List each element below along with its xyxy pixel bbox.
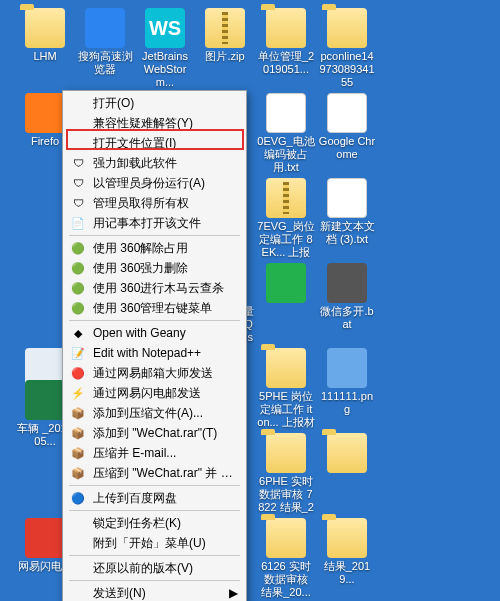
menu-item-label: 添加到压缩文件(A)... — [93, 405, 238, 422]
menu-item-label: 强力卸载此软件 — [93, 155, 238, 172]
open-file-location-icon — [69, 135, 87, 151]
menu-item-send-163-master[interactable]: 🔴通过网易邮箱大师发送 — [65, 363, 244, 383]
danwei-icon — [266, 8, 306, 48]
desktop-icon-chrome[interactable]: Google Chrome — [318, 93, 376, 161]
menu-item-take-ownership[interactable]: 🛡管理员取得所有权 — [65, 193, 244, 213]
edit-npp-icon: 📝 — [69, 345, 87, 361]
360-force-delete-icon: 🟢 — [69, 260, 87, 276]
desktop-icon-label: 0EVG_电池编码被占用.txt — [257, 135, 315, 174]
desktop-icon-jetbrains[interactable]: WSJetBrains WebStorm... — [136, 8, 194, 89]
desktop-icon-folder-last[interactable]: 结果_2019... — [318, 518, 376, 586]
desktop-icon-label: 新建文本文档 (3).txt — [318, 220, 376, 246]
menu-item-360-unlock[interactable]: 🟢使用 360解除占用 — [65, 238, 244, 258]
context-menu: 打开(O)兼容性疑难解答(Y)打开文件位置(I)🛡强力卸载此软件🛡以管理员身份运… — [62, 90, 247, 601]
menu-item-open-file-location[interactable]: 打开文件位置(I) — [65, 133, 244, 153]
6126-icon — [266, 518, 306, 558]
chehao-icon — [25, 380, 65, 420]
desktop-icon-danwei[interactable]: 单位管理_2019051... — [257, 8, 315, 76]
menu-item-compat-troubleshoot[interactable]: 兼容性疑难解答(Y) — [65, 113, 244, 133]
compress-email-icon: 📦 — [69, 445, 87, 461]
menu-item-send-to[interactable]: 发送到(N)▶ — [65, 583, 244, 601]
desktop-icon-evg2[interactable]: 7EVG_岗位定编工作 8EK... 上报材料.zip — [257, 178, 315, 260]
compress-wechat-email-icon: 📦 — [69, 465, 87, 481]
menu-item-send-163-flash[interactable]: ⚡通过网易闪电邮发送 — [65, 383, 244, 403]
desktop-icon-wpsicon[interactable] — [257, 263, 315, 305]
desktop-icon-lhm[interactable]: LHM — [16, 8, 74, 63]
desktop-icon-label: 单位管理_2019051... — [257, 50, 315, 76]
restore-prev-icon — [69, 560, 87, 576]
desktop-icon-png1[interactable]: 111111.png — [318, 348, 376, 416]
menu-item-label: 附到「开始」菜单(U) — [93, 535, 238, 552]
desktop-icon-label: 搜狗高速浏览器 — [76, 50, 134, 76]
menu-separator — [69, 510, 240, 511]
pconline-icon — [327, 8, 367, 48]
desktop-icon-evg1[interactable]: 0EVG_电池编码被占用.txt — [257, 93, 315, 174]
menu-item-pin-taskbar[interactable]: 锁定到任务栏(K) — [65, 513, 244, 533]
menu-item-add-to-wechat-rar[interactable]: 📦添加到 "WeChat.rar"(T) — [65, 423, 244, 443]
firefox-icon — [25, 93, 65, 133]
upload-baidu-icon: 🔵 — [69, 490, 87, 506]
open-icon — [69, 95, 87, 111]
desktop-icon-newtxt[interactable]: 新建文本文档 (3).txt — [318, 178, 376, 246]
menu-item-360-force-delete[interactable]: 🟢使用 360强力删除 — [65, 258, 244, 278]
desktop-icon-phe1[interactable]: 5PHE 岗位定编工作 iton... 上报材料 (1... — [257, 348, 315, 430]
menu-item-pin-start[interactable]: 附到「开始」菜单(U) — [65, 533, 244, 553]
desktop-icon-label: 图片.zip — [205, 50, 244, 63]
menu-item-add-to-archive[interactable]: 📦添加到压缩文件(A)... — [65, 403, 244, 423]
desktop-icon-label: 6126 实时数据审核 结果_20... — [257, 560, 315, 599]
menu-item-edit-npp[interactable]: 📝Edit with Notepad++ — [65, 343, 244, 363]
desktop-icon-wechat-bat[interactable]: 微信多开.bat — [318, 263, 376, 331]
newtxt-icon — [327, 178, 367, 218]
menu-item-upload-baidu[interactable]: 🔵上传到百度网盘 — [65, 488, 244, 508]
evg1-icon — [266, 93, 306, 133]
menu-item-label: Edit with Notepad++ — [93, 346, 238, 360]
360-trojan-scan-icon: 🟢 — [69, 280, 87, 296]
menu-item-label: 打开(O) — [93, 95, 238, 112]
redfolder1-icon — [327, 433, 367, 473]
menu-item-open[interactable]: 打开(O) — [65, 93, 244, 113]
desktop-icon-label: 6PHE 实时数据审核 7822 结果_2019... — [257, 475, 315, 515]
desktop-icon-label: pconline1497308934155 — [318, 50, 376, 89]
menu-item-run-as-admin[interactable]: 🛡以管理员身份运行(A) — [65, 173, 244, 193]
menu-item-label: 兼容性疑难解答(Y) — [93, 115, 238, 132]
menu-item-label: 上传到百度网盘 — [93, 490, 238, 507]
menu-item-label: 锁定到任务栏(K) — [93, 515, 238, 532]
take-ownership-icon: 🛡 — [69, 195, 87, 211]
evg2-icon — [266, 178, 306, 218]
desktop-icon-label: Firefo — [31, 135, 59, 148]
desktop-icon-tupian-zip[interactable]: 图片.zip — [196, 8, 254, 63]
desktop-icon-phe2[interactable]: 6PHE 实时数据审核 7822 结果_2019... — [257, 433, 315, 515]
desktop-icon-label: 结果_2019... — [318, 560, 376, 586]
desktop-icon-6126[interactable]: 6126 实时数据审核 结果_20... — [257, 518, 315, 599]
add-to-wechat-rar-icon: 📦 — [69, 425, 87, 441]
desktop-icon-label: 5PHE 岗位定编工作 iton... 上报材料 (1... — [257, 390, 315, 430]
desktop-icon-sogou[interactable]: 搜狗高速浏览器 — [76, 8, 134, 76]
menu-item-restore-prev[interactable]: 还原以前的版本(V) — [65, 558, 244, 578]
run-as-admin-icon: 🛡 — [69, 175, 87, 191]
desktop-icon-pconline[interactable]: pconline1497308934155 — [318, 8, 376, 89]
menu-separator — [69, 235, 240, 236]
menu-item-compress-email[interactable]: 📦压缩并 E-mail... — [65, 443, 244, 463]
send-to-icon — [69, 585, 87, 601]
desktop-icon-redfolder1[interactable] — [318, 433, 376, 475]
chrome-icon — [327, 93, 367, 133]
menu-item-label: 管理员取得所有权 — [93, 195, 238, 212]
menu-item-open-geany[interactable]: ◆Open with Geany — [65, 323, 244, 343]
menu-item-compress-wechat-email[interactable]: 📦压缩到 "WeChat.rar" 并 E-mail — [65, 463, 244, 483]
wangyi-icon — [25, 518, 65, 558]
menu-item-360-context-menu[interactable]: 🟢使用 360管理右键菜单 — [65, 298, 244, 318]
menu-item-force-uninstall[interactable]: 🛡强力卸载此软件 — [65, 153, 244, 173]
desktop-icon-label: 111111.png — [318, 390, 376, 416]
menu-separator — [69, 580, 240, 581]
menu-separator — [69, 320, 240, 321]
desktop-icon-label: LHM — [33, 50, 56, 63]
sogou-icon — [85, 8, 125, 48]
menu-item-open-with-notepad[interactable]: 📄用记事本打开该文件 — [65, 213, 244, 233]
menu-item-label: 压缩并 E-mail... — [93, 445, 238, 462]
360-context-menu-icon: 🟢 — [69, 300, 87, 316]
menu-item-360-trojan-scan[interactable]: 🟢使用 360进行木马云查杀 — [65, 278, 244, 298]
open-geany-icon: ◆ — [69, 325, 87, 341]
pin-start-icon — [69, 535, 87, 551]
jetbrains-icon: WS — [145, 8, 185, 48]
send-163-flash-icon: ⚡ — [69, 385, 87, 401]
